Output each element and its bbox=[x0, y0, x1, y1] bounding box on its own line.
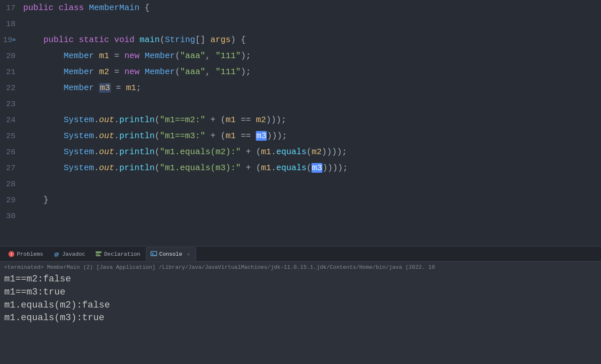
line-content-25: System.out.println("m1==m3:" + (m1 == m3… bbox=[23, 128, 287, 144]
declaration-icon bbox=[95, 251, 102, 257]
code-editor: 17 public class MemberMain { 18 19⊖ publ… bbox=[0, 0, 601, 246]
code-line-28: 28 bbox=[0, 176, 601, 192]
line-num-22: 22 bbox=[0, 80, 23, 96]
line-content-18 bbox=[23, 16, 28, 32]
line-num-21: 21 bbox=[0, 64, 23, 80]
line-num-24: 24 bbox=[0, 112, 23, 128]
tab-console[interactable]: Console ✕ bbox=[146, 247, 196, 261]
console-output: <terminated> MemberMain (2) [Java Applic… bbox=[0, 262, 601, 364]
console-output-line-1: m1==m2:false bbox=[4, 273, 597, 286]
console-terminated-text: <terminated> MemberMain (2) [Java Applic… bbox=[4, 264, 597, 270]
tab-console-label: Console bbox=[159, 251, 182, 257]
line-content-27: System.out.println("m1.equals(m3):" + (m… bbox=[23, 160, 348, 176]
code-line-25: 25 System.out.println("m1==m3:" + (m1 ==… bbox=[0, 128, 601, 144]
line-num-19: 19⊖ bbox=[0, 32, 23, 48]
line-content-24: System.out.println("m1==m2:" + (m1 == m2… bbox=[23, 112, 286, 128]
console-icon bbox=[150, 251, 157, 257]
line-content-29: } bbox=[23, 192, 48, 208]
code-line-29: 29 } bbox=[0, 192, 601, 208]
line-num-18: 18 bbox=[0, 16, 23, 32]
tab-problems[interactable]: ! Problems bbox=[3, 247, 48, 261]
code-line-23: 23 bbox=[0, 96, 601, 112]
line-num-17: 17 bbox=[0, 0, 23, 16]
code-line-19: 19⊖ public static void main(String[] arg… bbox=[0, 32, 601, 48]
problems-icon: ! bbox=[8, 251, 15, 257]
svg-rect-4 bbox=[96, 255, 101, 256]
line-content-19: public static void main(String[] args) { bbox=[23, 32, 246, 48]
line-num-29: 29 bbox=[0, 192, 23, 208]
console-output-line-2: m1==m3:true bbox=[4, 286, 597, 299]
tab-console-close[interactable]: ✕ bbox=[185, 251, 191, 257]
code-line-22: 22 Member m3 = m1; bbox=[0, 80, 601, 96]
code-line-17: 17 public class MemberMain { bbox=[0, 0, 601, 16]
code-lines: 17 public class MemberMain { 18 19⊖ publ… bbox=[0, 0, 601, 224]
javadoc-icon: @ bbox=[53, 251, 60, 257]
code-line-30: 30 bbox=[0, 208, 601, 224]
bottom-panel: ! Problems @ Javadoc Declaration bbox=[0, 246, 601, 364]
code-line-26: 26 System.out.println("m1.equals(m2):" +… bbox=[0, 144, 601, 160]
tab-problems-label: Problems bbox=[17, 251, 43, 257]
line-num-25: 25 bbox=[0, 128, 23, 144]
line-num-20: 20 bbox=[0, 48, 23, 64]
code-line-20: 20 Member m1 = new Member("aaa", "111"); bbox=[0, 48, 601, 64]
tab-declaration[interactable]: Declaration bbox=[91, 247, 145, 261]
console-output-line-3: m1.equals(m2):false bbox=[4, 299, 597, 312]
code-line-21: 21 Member m2 = new Member("aaa", "111"); bbox=[0, 64, 601, 80]
line-num-26: 26 bbox=[0, 144, 23, 160]
line-num-28: 28 bbox=[0, 176, 23, 192]
line-content-28 bbox=[23, 176, 28, 192]
line-num-23: 23 bbox=[0, 96, 23, 112]
console-output-line-4: m1.equals(m3):true bbox=[4, 312, 597, 325]
line-content-21: Member m2 = new Member("aaa", "111"); bbox=[23, 64, 251, 80]
line-content-22: Member m3 = m1; bbox=[23, 80, 141, 96]
code-line-18: 18 bbox=[0, 16, 601, 32]
line-num-27: 27 bbox=[0, 160, 23, 176]
line-content-20: Member m1 = new Member("aaa", "111"); bbox=[23, 48, 251, 64]
tab-declaration-label: Declaration bbox=[104, 251, 140, 257]
code-line-24: 24 System.out.println("m1==m2:" + (m1 ==… bbox=[0, 112, 601, 128]
svg-line-7 bbox=[152, 254, 153, 255]
tab-javadoc[interactable]: @ Javadoc bbox=[48, 247, 90, 261]
line-num-30: 30 bbox=[0, 208, 23, 224]
line-content-30 bbox=[23, 208, 28, 224]
line-content-23 bbox=[23, 96, 28, 112]
tab-bar: ! Problems @ Javadoc Declaration bbox=[0, 246, 601, 262]
svg-text:!: ! bbox=[10, 252, 13, 257]
code-line-27: 27 System.out.println("m1.equals(m3):" +… bbox=[0, 160, 601, 176]
line-content-17: public class MemberMain { bbox=[23, 0, 150, 16]
line-content-26: System.out.println("m1.equals(m2):" + (m… bbox=[23, 144, 347, 160]
svg-rect-2 bbox=[96, 252, 102, 253]
tab-javadoc-label: Javadoc bbox=[62, 251, 85, 257]
svg-rect-3 bbox=[96, 254, 100, 254]
